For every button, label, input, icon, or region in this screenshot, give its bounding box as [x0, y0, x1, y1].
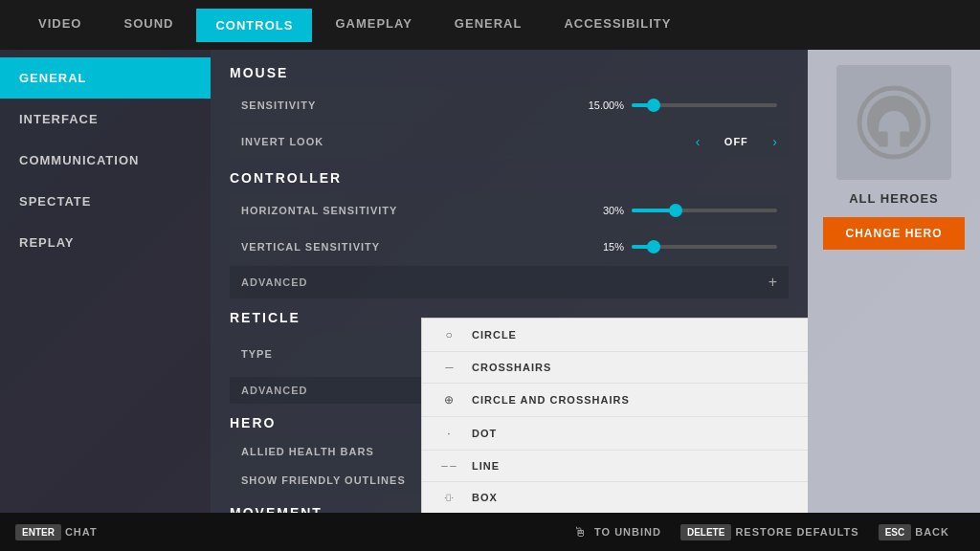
box-icon: ·⌷·	[437, 493, 460, 502]
sidebar: GENERAL INTERFACE COMMUNICATION SPECTATE…	[0, 50, 211, 513]
horizontal-sensitivity-track[interactable]	[632, 209, 777, 212]
vertical-sensitivity-row: VERTICAL SENSITIVITY 15%	[230, 230, 789, 264]
invert-look-row: INVERT LOOK ‹ OFF ›	[230, 124, 789, 159]
vertical-sensitivity-label: VERTICAL SENSITIVITY	[241, 241, 586, 253]
circle-icon: ○	[437, 328, 460, 342]
change-hero-button[interactable]: CHANGE HERO	[823, 217, 965, 250]
right-panel: ALL HEROES CHANGE HERO	[808, 50, 980, 513]
tab-controls[interactable]: CONTROLS	[196, 9, 312, 42]
controller-section-header: CONTROLLER	[230, 170, 789, 186]
vertical-sensitivity-thumb[interactable]	[647, 240, 660, 253]
tab-general[interactable]: GENERAL	[435, 7, 542, 43]
crosshairs-icon: ·─·	[437, 363, 460, 372]
main-layout: GENERAL INTERFACE COMMUNICATION SPECTATE…	[0, 50, 980, 513]
dropdown-item-crosshairs-label: CROSSHAIRS	[472, 362, 551, 373]
svg-rect-1	[879, 132, 888, 147]
to-unbind-label: TO UNBIND	[594, 526, 661, 538]
mouse-section-header: MOUSE	[230, 65, 789, 80]
sidebar-item-interface[interactable]: INTERFACE	[0, 99, 211, 140]
delete-key-badge: DELETE	[680, 524, 731, 540]
sensitivity-slider[interactable]: 15.00%	[586, 99, 777, 111]
controller-advanced-label: ADVANCED	[241, 276, 768, 288]
horizontal-sensitivity-thumb[interactable]	[669, 204, 682, 217]
dropdown-item-dot-label: DOT	[472, 428, 497, 439]
tab-accessibility[interactable]: ACCESSIBILITY	[545, 7, 690, 43]
overwatch-logo-icon	[856, 84, 932, 161]
top-nav: VIDEO SOUND CONTROLS GAMEPLAY GENERAL AC…	[0, 0, 980, 50]
invert-look-control[interactable]: ‹ OFF ›	[605, 134, 777, 149]
sidebar-item-replay[interactable]: REPLAY	[0, 222, 211, 263]
sidebar-item-spectate[interactable]: SPECTATE	[0, 181, 211, 222]
main-content: MOUSE SENSITIVITY 15.00% INVERT LOOK ‹ O…	[211, 50, 808, 513]
tab-sound[interactable]: SOUND	[104, 7, 192, 43]
dropdown-item-box[interactable]: ·⌷· BOX	[422, 482, 808, 513]
reticle-type-dropdown-menu: ○ CIRCLE ·─· CROSSHAIRS ⊕ CIRCLE AND CRO…	[421, 318, 808, 513]
vertical-sensitivity-slider[interactable]: 15%	[586, 241, 777, 253]
invert-look-right-arrow[interactable]: ›	[772, 134, 777, 149]
line-icon: ─ ─	[437, 461, 460, 471]
dropdown-item-circle-crosshairs-label: CIRCLE AND CROSSHAIRS	[472, 394, 630, 406]
bottom-bar: ENTER CHAT 🖱 TO UNBIND DELETE RESTORE DE…	[0, 513, 980, 551]
back-label: BACK	[915, 526, 949, 538]
enter-label: CHAT	[65, 526, 98, 538]
dot-icon: ·	[437, 427, 460, 440]
invert-look-left-arrow[interactable]: ‹	[696, 134, 701, 149]
hero-icon-container	[836, 65, 951, 180]
sensitivity-thumb[interactable]	[647, 99, 660, 112]
tab-gameplay[interactable]: GAMEPLAY	[316, 7, 431, 43]
circle-crosshairs-icon: ⊕	[437, 393, 460, 407]
invert-look-value: OFF	[707, 136, 765, 147]
dropdown-item-line[interactable]: ─ ─ LINE	[422, 451, 808, 482]
horizontal-sensitivity-value: 30%	[586, 205, 624, 216]
enter-key-badge: ENTER	[15, 524, 61, 540]
horizontal-sensitivity-row: HORIZONTAL SENSITIVITY 30%	[230, 193, 789, 228]
dropdown-item-box-label: BOX	[472, 492, 498, 503]
horizontal-sensitivity-slider[interactable]: 30%	[586, 205, 777, 216]
dropdown-item-circle-label: CIRCLE	[472, 329, 517, 341]
hero-all-heroes-label: ALL HEROES	[849, 191, 939, 206]
controller-advanced-plus-icon: +	[768, 274, 777, 291]
horizontal-sensitivity-label: HORIZONTAL SENSITIVITY	[241, 205, 586, 216]
restore-defaults-label: RESTORE DEFAULTS	[735, 526, 858, 538]
svg-rect-2	[900, 132, 909, 147]
dropdown-item-circle-crosshairs[interactable]: ⊕ CIRCLE AND CROSSHAIRS	[422, 384, 808, 417]
tab-video[interactable]: VIDEO	[19, 7, 100, 43]
controller-advanced-row[interactable]: ADVANCED +	[230, 266, 789, 298]
sensitivity-row: SENSITIVITY 15.00%	[230, 88, 789, 122]
vertical-sensitivity-track[interactable]	[632, 245, 777, 249]
sidebar-item-communication[interactable]: COMMUNICATION	[0, 140, 211, 181]
dropdown-item-dot[interactable]: · DOT	[422, 417, 808, 451]
invert-look-label: INVERT LOOK	[241, 136, 605, 147]
dropdown-item-crosshairs[interactable]: ·─· CROSSHAIRS	[422, 352, 808, 384]
sensitivity-value: 15.00%	[586, 99, 624, 111]
esc-key-badge: ESC	[879, 524, 912, 540]
sensitivity-track[interactable]	[632, 103, 777, 107]
vertical-sensitivity-value: 15%	[586, 241, 624, 253]
dropdown-item-circle[interactable]: ○ CIRCLE	[422, 319, 808, 352]
sensitivity-label: SENSITIVITY	[241, 99, 586, 111]
mouse-icon: 🖱	[573, 524, 587, 540]
sidebar-item-general[interactable]: GENERAL	[0, 57, 211, 99]
dropdown-item-line-label: LINE	[472, 460, 500, 472]
